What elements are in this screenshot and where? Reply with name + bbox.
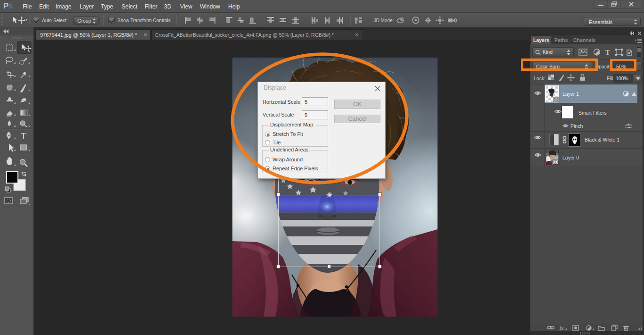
svg-text:T: T <box>21 131 26 141</box>
svg-text:fx: fx <box>560 325 564 331</box>
svg-text:T: T <box>605 49 610 56</box>
